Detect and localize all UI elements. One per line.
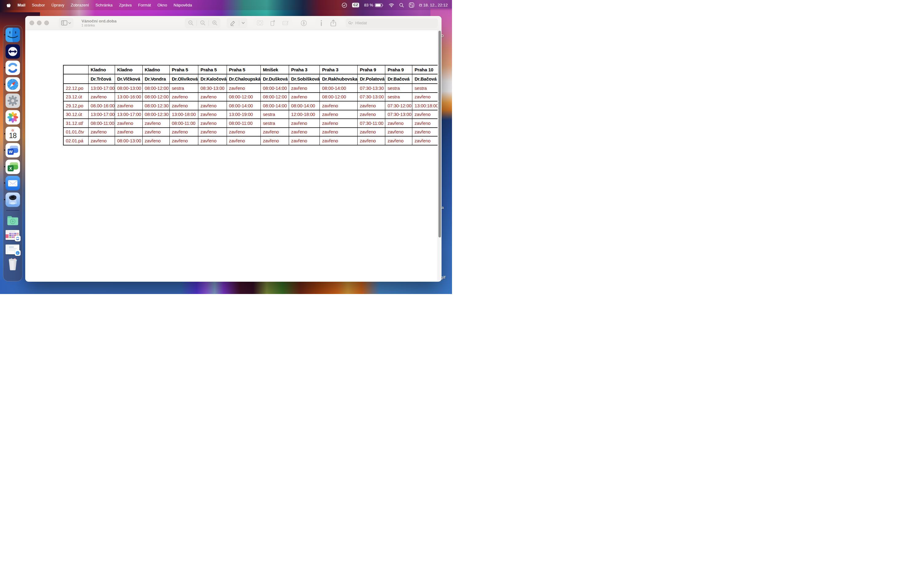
rotate-button[interactable]	[266, 18, 279, 28]
dock-excel-icon[interactable]: X	[6, 160, 20, 174]
table-row: 31.12.stř 08:00-11:00zavřenozavřeno 08:0…	[63, 119, 441, 128]
table-row: 29.12.po 08.00-16:00zavřeno08:00-12:30 z…	[63, 101, 441, 110]
dock-separator	[6, 210, 19, 211]
edit-button-group	[253, 18, 292, 28]
markup-pencil-button[interactable]	[227, 18, 239, 28]
menu-item-zobrazeni[interactable]: Zobrazení	[71, 3, 89, 7]
menubar-clock[interactable]: čt 18. 12., 22:12	[419, 3, 448, 7]
dock-word-icon[interactable]: W	[6, 143, 20, 158]
page-count-label: 1 stránka	[82, 24, 117, 27]
menu-item-mail[interactable]: Mail	[17, 3, 25, 7]
document-content: KladnoKladnoKladno Praha 5Praha 5Praha 5…	[25, 30, 441, 281]
dock-safari-icon[interactable]	[6, 77, 20, 92]
zoom-out-button[interactable]	[185, 18, 196, 28]
window-titlebar[interactable]: Vánoční ord.doba 1 stránka 1	[25, 16, 441, 30]
table-row: 02.01.pá zavřeno08:00-13:00zavřeno zavře…	[63, 136, 441, 145]
menu-item-upravy[interactable]: Úpravy	[51, 3, 64, 7]
dock: čt 18 W X	[3, 25, 22, 281]
zoom-button-group: 1	[185, 18, 220, 28]
menu-bar: Mail Soubor Úpravy Zobrazení Schránka Zp…	[0, 0, 452, 10]
sidebar-icon	[61, 20, 67, 25]
close-button[interactable]	[30, 21, 34, 25]
menu-item-schranka[interactable]: Schránka	[95, 3, 112, 7]
search-icon	[348, 21, 353, 25]
dock-minimized-window-grid[interactable]	[6, 230, 20, 240]
running-indicator	[4, 182, 5, 183]
apple-menu-icon[interactable]	[6, 2, 11, 8]
dock-teamviewer-icon[interactable]	[6, 44, 20, 59]
city-header-row: KladnoKladnoKladno Praha 5Praha 5Praha 5…	[63, 65, 441, 74]
dock-minimized-window-page[interactable]	[6, 242, 20, 254]
smart-selection-button[interactable]	[253, 18, 266, 28]
search-field[interactable]	[346, 19, 438, 28]
share-button[interactable]	[327, 18, 340, 28]
table-row: 30.12.út 13:00-17:0013:00-17:0008:00-12:…	[63, 110, 441, 119]
dock-system-settings-icon[interactable]	[6, 93, 20, 108]
battery-icon	[375, 3, 384, 7]
menu-item-soubor[interactable]: Soubor	[32, 3, 45, 7]
markup-button-group	[227, 18, 247, 28]
svg-text:X: X	[9, 166, 12, 171]
wifi-icon[interactable]	[389, 3, 394, 7]
info-share-group	[316, 18, 340, 28]
redact-button[interactable]	[279, 18, 292, 28]
menu-item-okno[interactable]: Okno	[157, 3, 167, 7]
table-row: 22.12.po 13:00-17:0008:00-13:0008:00-12:…	[63, 84, 441, 93]
dock-sync-app-icon[interactable]	[6, 60, 20, 75]
running-indicator	[4, 67, 5, 68]
sidebar-toggle-button[interactable]	[59, 18, 73, 28]
vertical-scrollbar-thumb[interactable]	[438, 31, 441, 237]
desktop-file-label[interactable]: a	[441, 205, 444, 210]
svg-text:1: 1	[202, 22, 203, 24]
running-indicator	[4, 199, 5, 200]
running-indicator	[4, 84, 5, 85]
menu-item-format[interactable]: Formát	[138, 3, 151, 7]
sync-app-badge-icon	[15, 236, 21, 242]
preview-window: Vánoční ord.doba 1 stránka 1	[25, 16, 441, 282]
toolbar: 1	[185, 18, 438, 28]
dock-finder-icon[interactable]	[6, 28, 20, 42]
search-input[interactable]	[355, 20, 435, 25]
table-row: 01.01.čtv zavřenozavřenozavřeno zavřenoz…	[63, 128, 441, 136]
running-indicator	[4, 149, 5, 151]
check-circle-status-icon[interactable]	[341, 2, 347, 8]
control-center-icon[interactable]	[409, 2, 414, 8]
minimize-button[interactable]	[37, 21, 41, 25]
zoom-button[interactable]	[44, 21, 49, 25]
dock-downloads-folder-icon[interactable]	[6, 213, 20, 228]
doctor-header-row: Dr.TrčováDr.VlčkováDr.Vondra Dr.Olivíkov…	[63, 74, 441, 84]
spotlight-search-icon[interactable]	[399, 3, 404, 8]
schedule-table: KladnoKladnoKladno Praha 5Praha 5Praha 5…	[63, 65, 441, 145]
menu-item-napoveda[interactable]: Nápověda	[174, 3, 192, 7]
vertical-scrollbar-track[interactable]	[438, 30, 441, 281]
svg-text:W: W	[9, 149, 13, 154]
chevron-down-icon	[68, 22, 71, 24]
zoom-actual-size-button[interactable]: 1	[197, 18, 209, 28]
calendar-day-label: 18	[9, 132, 17, 139]
info-button[interactable]	[316, 18, 327, 28]
markup-dropdown-chevron[interactable]	[239, 18, 247, 28]
battery-status[interactable]: 83 %	[364, 3, 384, 7]
table-row: 23.12.út zavřeno13:00-16:0008:00-12:00 z…	[63, 93, 441, 101]
dock-trash-icon[interactable]	[6, 257, 20, 271]
keyboard-layout-badge[interactable]: CZ	[352, 3, 359, 7]
window-title-block: Vánoční ord.doba 1 stránka	[82, 19, 117, 27]
menu-item-zprava[interactable]: Zpráva	[119, 3, 131, 7]
dock-calendar-icon[interactable]: čt 18	[6, 127, 20, 141]
pen-nib-tool-button[interactable]	[298, 18, 309, 28]
dock-lens-app-icon[interactable]	[6, 193, 20, 207]
document-title: Vánoční ord.doba	[82, 19, 117, 24]
dock-mail-icon[interactable]	[6, 176, 20, 190]
running-indicator	[4, 166, 5, 167]
dock-photos-icon[interactable]	[6, 110, 20, 125]
running-indicator	[4, 34, 5, 35]
battery-percent-label: 83 %	[364, 3, 373, 7]
zoom-in-button[interactable]	[209, 18, 220, 28]
safari-badge-icon	[15, 250, 21, 256]
running-indicator	[4, 133, 5, 134]
